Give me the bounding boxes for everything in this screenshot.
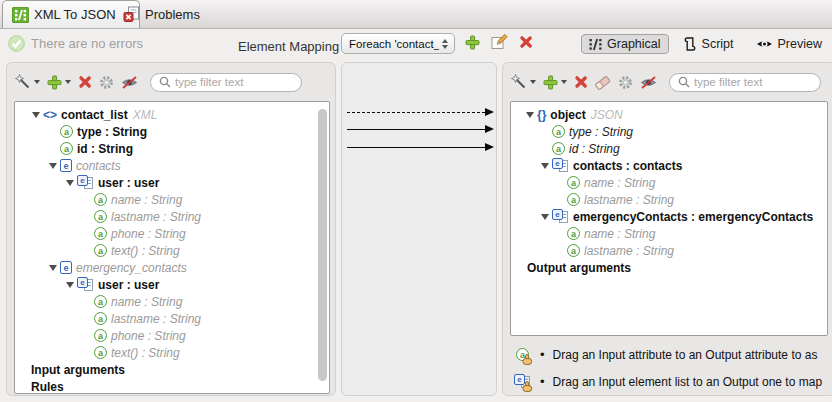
tree-row[interactable]: alastname : String [511,191,827,208]
attribute-icon: a [94,329,107,342]
tree-row[interactable]: atype : String [15,123,329,140]
dropdown-caret-icon [561,80,567,84]
tree-row[interactable]: Rules [15,378,329,394]
add-button[interactable] [47,75,71,90]
attribute-icon: a [94,210,107,223]
hide-attributes-icon [640,75,657,90]
view-preview-button[interactable]: Preview [748,34,830,54]
output-filter-field[interactable] [694,76,812,88]
tree-row[interactable]: eemergency_contacts [15,259,329,276]
tree-row[interactable]: aname : String [15,293,329,310]
attribute-icon: a [552,125,565,138]
tree-row[interactable]: euser : user [15,276,329,293]
delete-button[interactable] [78,75,92,89]
add-icon [465,35,480,50]
element-list-icon: e [77,277,94,292]
tree-row[interactable]: atype : String [511,123,827,140]
tree-row[interactable]: econtacts [15,157,329,174]
add-button[interactable] [543,75,567,90]
edit-mapping-button[interactable] [490,33,509,51]
status-message: There are no errors [8,35,143,52]
schema-type-tag: XML [133,108,158,122]
settings-icon [99,75,114,90]
add-mapping-button[interactable] [464,34,481,51]
delete-button[interactable] [574,75,588,89]
caret-icon[interactable] [541,214,552,220]
foreach-selector[interactable]: Foreach 'contact_ [341,33,455,54]
attribute-drag-icon: a [513,346,532,363]
tree-row[interactable]: alastname : String [15,310,329,327]
schema-type-tag: JSON [591,108,623,122]
delete-icon [78,75,92,89]
input-filter-field[interactable] [175,76,293,88]
view-switch: Graphical Script Preview [581,33,830,55]
tree-row[interactable]: aname : String [511,225,827,242]
settings-button[interactable] [99,75,114,90]
tree-row[interactable]: aphone : String [15,327,329,344]
tree-row[interactable]: atext() : String [15,242,329,259]
check-ok-icon [8,35,25,52]
view-graphical-button[interactable]: Graphical [581,34,669,54]
graphical-icon [589,38,602,51]
tree-row[interactable]: econtacts : contacts [511,157,827,174]
attribute-icon: a [60,142,73,155]
tree-row[interactable]: Input arguments [15,361,329,378]
tree-row[interactable]: aphone : String [15,225,329,242]
caret-icon[interactable] [541,163,552,169]
element-list-icon: e [552,158,569,173]
tree-node-label: text() : String [111,346,180,360]
attribute-icon: a [567,227,580,240]
caret-icon[interactable] [49,163,60,169]
tree-row[interactable]: aid : String [15,140,329,157]
tree-row[interactable]: aname : String [511,174,827,191]
tree-row[interactable]: aid : String [511,140,827,157]
tree-node-label: lastname : String [584,244,674,258]
output-panel: {}objectJSONatype : Stringaid : Stringec… [502,62,832,396]
tree-row[interactable]: aname : String [15,191,329,208]
caret-icon[interactable] [66,180,77,186]
tree-node-label: lastname : String [584,193,674,207]
hide-attributes-button[interactable] [640,75,657,90]
caret-icon[interactable] [526,112,537,118]
hint-text: Drag an Input element list to an Output … [553,375,823,389]
tab-problems[interactable]: Problems [114,0,209,28]
caret-icon[interactable] [66,282,77,288]
mapping-arrow[interactable] [347,129,485,130]
mapping-icon [12,7,29,23]
tree-row[interactable]: eemergencyContacts : emergencyContacts [511,208,827,225]
tree-row[interactable]: alastname : String [511,242,827,259]
mapping-arrow[interactable] [347,112,485,113]
element-icon: e [60,261,72,274]
auto-map-button[interactable] [511,74,536,90]
status-row: There are no errors Element Mapping Fore… [0,29,832,59]
settings-button[interactable] [618,75,633,90]
view-button-label: Graphical [607,37,661,51]
delete-mapping-button[interactable] [518,34,534,50]
filter-box [150,73,302,92]
tree-row[interactable]: <>contact_listXML [15,106,329,123]
attribute-icon: a [94,312,107,325]
view-script-button[interactable]: Script [675,33,742,55]
tree-row[interactable]: Output arguments [511,259,827,276]
scrollbar-thumb[interactable] [318,109,327,381]
output-toolbar [511,70,821,94]
tree-row[interactable]: atext() : String [15,344,329,361]
auto-map-button[interactable] [15,74,40,90]
tree-node-label: contact_list [61,108,128,122]
tree-node-label: contacts [76,159,121,173]
tree-row[interactable]: alastname : String [15,208,329,225]
tree-node-label: user : user [98,278,159,292]
hide-attributes-button[interactable] [121,75,138,90]
preview-icon [756,37,773,51]
tree-row[interactable]: euser : user [15,174,329,191]
dropdown-caret-icon [34,80,40,84]
caret-icon[interactable] [32,112,43,118]
caret-icon[interactable] [49,265,60,271]
tree-row[interactable]: {}objectJSON [511,106,827,123]
mapping-arrow[interactable] [347,147,485,148]
input-toolbar [15,70,302,94]
tree-node-label: lastname : String [111,312,201,326]
erase-button[interactable] [595,75,611,90]
tree-node-label: name : String [111,193,182,207]
element-list-icon: e [77,175,94,190]
